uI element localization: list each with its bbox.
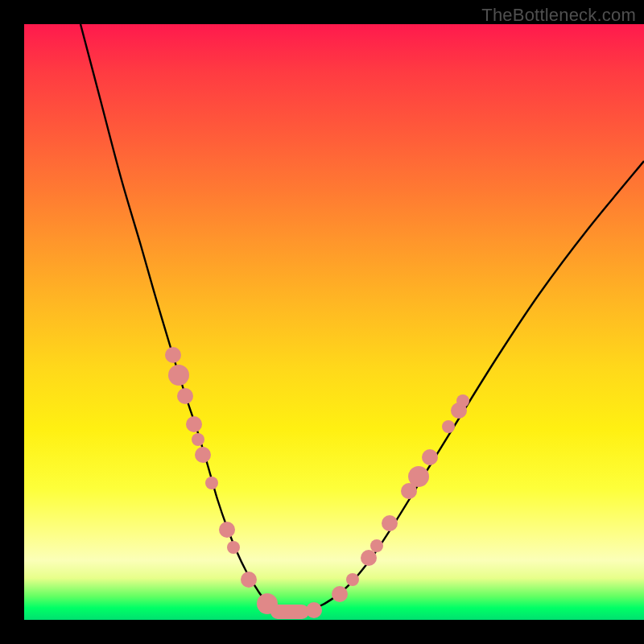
data-marker: [306, 602, 322, 618]
data-marker: [422, 449, 438, 465]
data-marker: [332, 586, 348, 602]
data-marker: [346, 573, 359, 586]
data-marker: [270, 605, 309, 619]
data-marker: [361, 550, 377, 566]
data-marker: [370, 539, 383, 552]
bottleneck-curve: [24, 24, 644, 620]
data-marker: [408, 466, 429, 487]
data-marker: [195, 447, 211, 463]
data-marker: [192, 433, 204, 446]
data-marker: [241, 572, 257, 588]
data-marker: [168, 365, 189, 386]
data-marker: [227, 541, 240, 554]
data-marker: [165, 347, 181, 363]
plot-area: [24, 24, 644, 620]
data-marker: [219, 522, 235, 538]
data-marker: [186, 416, 202, 432]
data-marker: [177, 388, 193, 404]
chart-frame: TheBottleneck.com: [0, 0, 644, 644]
data-marker: [382, 515, 398, 531]
data-marker: [456, 394, 469, 407]
data-marker: [442, 420, 455, 433]
data-marker: [205, 477, 218, 489]
watermark-text: TheBottleneck.com: [481, 5, 636, 26]
